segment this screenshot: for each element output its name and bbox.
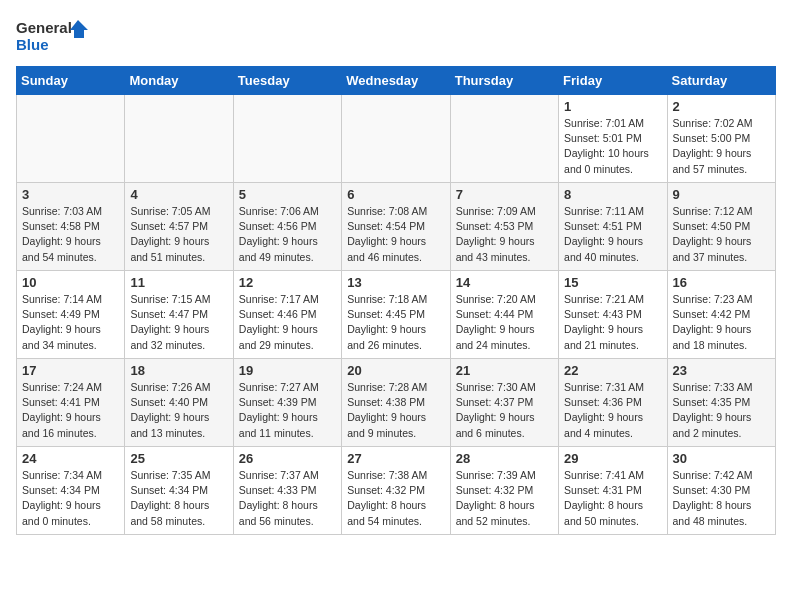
- calendar-cell: 24Sunrise: 7:34 AMSunset: 4:34 PMDayligh…: [17, 447, 125, 535]
- day-number: 4: [130, 187, 227, 202]
- calendar-cell: 12Sunrise: 7:17 AMSunset: 4:46 PMDayligh…: [233, 271, 341, 359]
- calendar-week-4: 17Sunrise: 7:24 AMSunset: 4:41 PMDayligh…: [17, 359, 776, 447]
- weekday-header-saturday: Saturday: [667, 67, 775, 95]
- day-number: 20: [347, 363, 444, 378]
- day-number: 11: [130, 275, 227, 290]
- day-number: 12: [239, 275, 336, 290]
- day-number: 5: [239, 187, 336, 202]
- day-number: 14: [456, 275, 553, 290]
- day-info: Sunrise: 7:23 AMSunset: 4:42 PMDaylight:…: [673, 292, 770, 353]
- calendar-week-5: 24Sunrise: 7:34 AMSunset: 4:34 PMDayligh…: [17, 447, 776, 535]
- day-info: Sunrise: 7:17 AMSunset: 4:46 PMDaylight:…: [239, 292, 336, 353]
- weekday-header-tuesday: Tuesday: [233, 67, 341, 95]
- calendar-cell: 17Sunrise: 7:24 AMSunset: 4:41 PMDayligh…: [17, 359, 125, 447]
- weekday-header-wednesday: Wednesday: [342, 67, 450, 95]
- calendar-cell: 23Sunrise: 7:33 AMSunset: 4:35 PMDayligh…: [667, 359, 775, 447]
- calendar-cell: 29Sunrise: 7:41 AMSunset: 4:31 PMDayligh…: [559, 447, 667, 535]
- day-number: 26: [239, 451, 336, 466]
- day-info: Sunrise: 7:05 AMSunset: 4:57 PMDaylight:…: [130, 204, 227, 265]
- weekday-header-friday: Friday: [559, 67, 667, 95]
- day-info: Sunrise: 7:34 AMSunset: 4:34 PMDaylight:…: [22, 468, 119, 529]
- day-number: 23: [673, 363, 770, 378]
- calendar-cell: 9Sunrise: 7:12 AMSunset: 4:50 PMDaylight…: [667, 183, 775, 271]
- day-info: Sunrise: 7:20 AMSunset: 4:44 PMDaylight:…: [456, 292, 553, 353]
- day-info: Sunrise: 7:14 AMSunset: 4:49 PMDaylight:…: [22, 292, 119, 353]
- day-info: Sunrise: 7:35 AMSunset: 4:34 PMDaylight:…: [130, 468, 227, 529]
- day-info: Sunrise: 7:42 AMSunset: 4:30 PMDaylight:…: [673, 468, 770, 529]
- calendar-cell: 13Sunrise: 7:18 AMSunset: 4:45 PMDayligh…: [342, 271, 450, 359]
- calendar-cell: 14Sunrise: 7:20 AMSunset: 4:44 PMDayligh…: [450, 271, 558, 359]
- day-info: Sunrise: 7:27 AMSunset: 4:39 PMDaylight:…: [239, 380, 336, 441]
- day-info: Sunrise: 7:33 AMSunset: 4:35 PMDaylight:…: [673, 380, 770, 441]
- calendar-cell: [17, 95, 125, 183]
- day-number: 28: [456, 451, 553, 466]
- day-info: Sunrise: 7:39 AMSunset: 4:32 PMDaylight:…: [456, 468, 553, 529]
- calendar-cell: 28Sunrise: 7:39 AMSunset: 4:32 PMDayligh…: [450, 447, 558, 535]
- day-number: 15: [564, 275, 661, 290]
- logo-icon: GeneralBlue: [16, 16, 96, 56]
- day-number: 2: [673, 99, 770, 114]
- day-number: 19: [239, 363, 336, 378]
- calendar-cell: 30Sunrise: 7:42 AMSunset: 4:30 PMDayligh…: [667, 447, 775, 535]
- day-info: Sunrise: 7:01 AMSunset: 5:01 PMDaylight:…: [564, 116, 661, 177]
- day-number: 6: [347, 187, 444, 202]
- day-info: Sunrise: 7:18 AMSunset: 4:45 PMDaylight:…: [347, 292, 444, 353]
- day-info: Sunrise: 7:24 AMSunset: 4:41 PMDaylight:…: [22, 380, 119, 441]
- calendar-cell: 15Sunrise: 7:21 AMSunset: 4:43 PMDayligh…: [559, 271, 667, 359]
- calendar-week-2: 3Sunrise: 7:03 AMSunset: 4:58 PMDaylight…: [17, 183, 776, 271]
- day-number: 21: [456, 363, 553, 378]
- svg-text:Blue: Blue: [16, 36, 49, 53]
- calendar-cell: 25Sunrise: 7:35 AMSunset: 4:34 PMDayligh…: [125, 447, 233, 535]
- calendar-cell: 10Sunrise: 7:14 AMSunset: 4:49 PMDayligh…: [17, 271, 125, 359]
- calendar-week-1: 1Sunrise: 7:01 AMSunset: 5:01 PMDaylight…: [17, 95, 776, 183]
- day-info: Sunrise: 7:15 AMSunset: 4:47 PMDaylight:…: [130, 292, 227, 353]
- day-number: 1: [564, 99, 661, 114]
- calendar-cell: 20Sunrise: 7:28 AMSunset: 4:38 PMDayligh…: [342, 359, 450, 447]
- day-info: Sunrise: 7:06 AMSunset: 4:56 PMDaylight:…: [239, 204, 336, 265]
- calendar-cell: 21Sunrise: 7:30 AMSunset: 4:37 PMDayligh…: [450, 359, 558, 447]
- day-number: 9: [673, 187, 770, 202]
- day-info: Sunrise: 7:30 AMSunset: 4:37 PMDaylight:…: [456, 380, 553, 441]
- day-number: 17: [22, 363, 119, 378]
- calendar-cell: 27Sunrise: 7:38 AMSunset: 4:32 PMDayligh…: [342, 447, 450, 535]
- day-info: Sunrise: 7:08 AMSunset: 4:54 PMDaylight:…: [347, 204, 444, 265]
- day-number: 27: [347, 451, 444, 466]
- calendar-cell: 8Sunrise: 7:11 AMSunset: 4:51 PMDaylight…: [559, 183, 667, 271]
- day-number: 30: [673, 451, 770, 466]
- calendar-cell: 11Sunrise: 7:15 AMSunset: 4:47 PMDayligh…: [125, 271, 233, 359]
- calendar-cell: 3Sunrise: 7:03 AMSunset: 4:58 PMDaylight…: [17, 183, 125, 271]
- calendar-cell: [233, 95, 341, 183]
- day-info: Sunrise: 7:11 AMSunset: 4:51 PMDaylight:…: [564, 204, 661, 265]
- day-number: 13: [347, 275, 444, 290]
- calendar-cell: 19Sunrise: 7:27 AMSunset: 4:39 PMDayligh…: [233, 359, 341, 447]
- calendar-cell: 26Sunrise: 7:37 AMSunset: 4:33 PMDayligh…: [233, 447, 341, 535]
- calendar-cell: [125, 95, 233, 183]
- weekday-header-sunday: Sunday: [17, 67, 125, 95]
- day-number: 29: [564, 451, 661, 466]
- day-number: 18: [130, 363, 227, 378]
- svg-text:General: General: [16, 19, 72, 36]
- weekday-header-thursday: Thursday: [450, 67, 558, 95]
- calendar-cell: 5Sunrise: 7:06 AMSunset: 4:56 PMDaylight…: [233, 183, 341, 271]
- calendar-cell: 7Sunrise: 7:09 AMSunset: 4:53 PMDaylight…: [450, 183, 558, 271]
- calendar-cell: 1Sunrise: 7:01 AMSunset: 5:01 PMDaylight…: [559, 95, 667, 183]
- day-info: Sunrise: 7:38 AMSunset: 4:32 PMDaylight:…: [347, 468, 444, 529]
- logo: GeneralBlue: [16, 16, 96, 56]
- day-info: Sunrise: 7:26 AMSunset: 4:40 PMDaylight:…: [130, 380, 227, 441]
- day-info: Sunrise: 7:02 AMSunset: 5:00 PMDaylight:…: [673, 116, 770, 177]
- day-info: Sunrise: 7:28 AMSunset: 4:38 PMDaylight:…: [347, 380, 444, 441]
- calendar-header-row: SundayMondayTuesdayWednesdayThursdayFrid…: [17, 67, 776, 95]
- day-number: 25: [130, 451, 227, 466]
- day-number: 8: [564, 187, 661, 202]
- day-number: 7: [456, 187, 553, 202]
- day-number: 22: [564, 363, 661, 378]
- page-header: GeneralBlue: [16, 16, 776, 56]
- day-number: 3: [22, 187, 119, 202]
- day-info: Sunrise: 7:12 AMSunset: 4:50 PMDaylight:…: [673, 204, 770, 265]
- day-info: Sunrise: 7:09 AMSunset: 4:53 PMDaylight:…: [456, 204, 553, 265]
- day-info: Sunrise: 7:21 AMSunset: 4:43 PMDaylight:…: [564, 292, 661, 353]
- calendar-cell: 18Sunrise: 7:26 AMSunset: 4:40 PMDayligh…: [125, 359, 233, 447]
- calendar-cell: 4Sunrise: 7:05 AMSunset: 4:57 PMDaylight…: [125, 183, 233, 271]
- day-info: Sunrise: 7:03 AMSunset: 4:58 PMDaylight:…: [22, 204, 119, 265]
- day-number: 24: [22, 451, 119, 466]
